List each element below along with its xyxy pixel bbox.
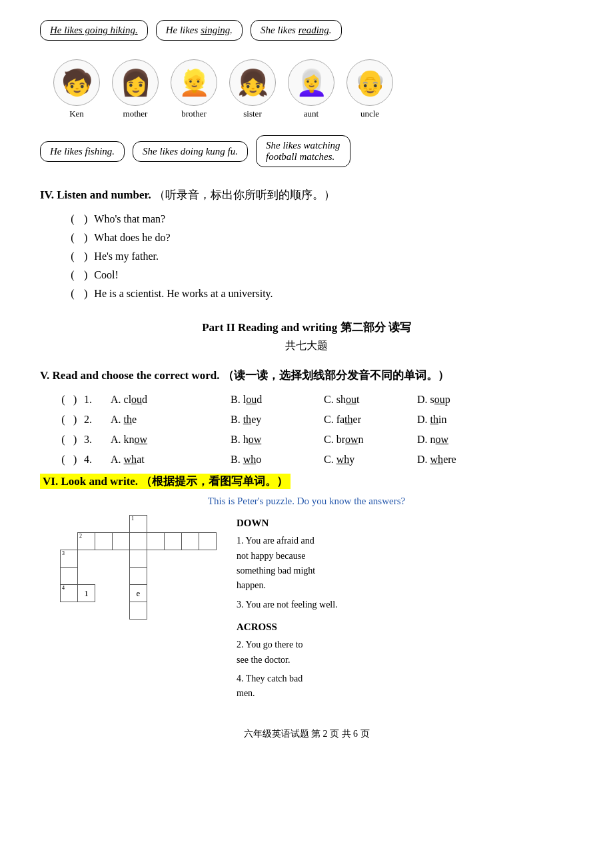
section4-title: IV. Listen and number. （听录音，标出你所听到的顺序。） <box>40 187 573 203</box>
sister-face: 👧 <box>237 68 269 97</box>
puzzle-area: 1 2 <box>40 515 573 701</box>
brother-label: brother <box>181 109 207 119</box>
footer: 六年级英语试题 第 2 页 共 6 页 <box>40 721 573 740</box>
puzzle-intro: This is Peter's puzzle. Do you know the … <box>40 496 573 507</box>
down-title: DOWN <box>237 515 573 531</box>
section5-title: V. Read and choose the correct word. （读一… <box>40 366 573 384</box>
aunt-face: 👩‍🦳 <box>296 68 327 97</box>
section4-instruction: （听录音，标出你所听到的顺序。） <box>154 189 335 201</box>
listen-text-5: He is a scientist. He works at a univers… <box>94 288 273 300</box>
character-aunt: 👩‍🦳 aunt <box>288 59 334 119</box>
ken-face: 🧒 <box>61 68 93 97</box>
sentence-3-text: She likes reading. <box>261 25 332 35</box>
sentence-5-text: She likes doing kung fu. <box>143 146 238 157</box>
across-clue-4: 4. They catch badmen. <box>237 671 573 701</box>
mother-circle: 👩 <box>112 59 159 106</box>
character-sister: 👧 sister <box>229 59 276 119</box>
ken-label: Ken <box>69 109 84 119</box>
section6-title: VI. Look and write. （根据提示，看图写单词。） <box>40 474 291 489</box>
section6-label: VI. Look and write. <box>43 475 138 488</box>
listen-text-4: Cool! <box>94 269 118 281</box>
across-clue-2: 2. You go there tosee the doctor. <box>237 638 573 667</box>
down-clue-3: 3. You are not feeling well. <box>237 598 573 612</box>
sentence-6-text: She likes watchingfootball matches. <box>266 140 340 162</box>
character-ken: 🧒 Ken <box>53 59 100 119</box>
mother-face: 👩 <box>120 68 151 97</box>
grid-row-0: 1 <box>61 516 217 533</box>
listen-item-1: ( ) Who's that man? <box>67 213 573 225</box>
part2-header: Part II Reading and writing 第二部分 读写 <box>40 320 573 335</box>
section5-instruction: （读一读，选择划线部分发音不同的单词。） <box>223 369 449 382</box>
character-mother: 👩 mother <box>112 59 159 119</box>
sentence-box-2: He likes singing. <box>156 20 243 41</box>
listen-item-5: ( ) He is a scientist. He works at a uni… <box>67 288 573 300</box>
uncle-label: uncle <box>360 109 379 119</box>
listen-item-2: ( ) What does he do? <box>67 232 573 244</box>
part2-subheader: 共七大题 <box>40 339 573 353</box>
sentence-row-1: He likes going hiking. He likes singing.… <box>40 20 573 41</box>
uncle-circle: 👴 <box>346 59 393 106</box>
grid-row-5 <box>61 602 217 620</box>
section6-instruction: （根据提示，看图写单词。） <box>141 475 288 488</box>
aunt-label: aunt <box>304 109 318 119</box>
sentence-box-6: She likes watchingfootball matches. <box>256 135 350 167</box>
grid-row-3 <box>61 568 217 585</box>
across-title: ACROSS <box>237 619 573 635</box>
cell-1-number: 1 <box>130 516 147 533</box>
grid-row-2: 3 <box>61 550 217 568</box>
section6-wrapper: VI. Look and write. （根据提示，看图写单词。） This i… <box>40 474 573 701</box>
sentence-box-4: He likes fishing. <box>40 141 125 162</box>
sentence-2-text: He likes singing. <box>166 25 233 35</box>
ken-circle: 🧒 <box>53 59 100 106</box>
choice-row-2: ( ) 2. A. the B. they C. father D. thin <box>53 414 573 426</box>
puzzle-clues: DOWN 1. You are afraid andnot happy beca… <box>237 515 573 701</box>
footer-text: 六年级英语试题 第 2 页 共 6 页 <box>244 729 370 739</box>
uncle-face: 👴 <box>354 68 386 97</box>
sentence-1-text: He likes going hiking. <box>50 25 138 35</box>
choice-row-1: ( ) 1. A. cloud B. loud C. shout D. soup <box>53 394 573 406</box>
sentence-box-3: She likes reading. <box>251 20 342 41</box>
sentence-row-2: He likes fishing. She likes doing kung f… <box>40 135 573 167</box>
down-clue-1: 1. You are afraid andnot happy becauseso… <box>237 534 573 594</box>
character-row: 🧒 Ken 👩 mother 👱 brother 👧 sister 👩‍🦳 au… <box>40 59 573 119</box>
sentence-box-5: She likes doing kung fu. <box>133 141 248 162</box>
choice-row-4: ( ) 4. A. what B. who C. why D. where <box>53 454 573 466</box>
sentence-4-text: He likes fishing. <box>50 146 115 157</box>
listen-text-3: He's my father. <box>94 250 159 262</box>
mother-label: mother <box>123 109 148 119</box>
section5-label: V. Read and choose the correct word. <box>40 369 219 382</box>
sister-circle: 👧 <box>229 59 276 106</box>
listen-items-list: ( ) Who's that man? ( ) What does he do?… <box>67 213 573 300</box>
brother-circle: 👱 <box>171 59 217 106</box>
part2-chinese-title: 第二部分 读写 <box>340 321 411 334</box>
part2-subtitle: 共七大题 <box>285 340 328 351</box>
choice-items: ( ) 1. A. cloud B. loud C. shout D. soup… <box>53 394 573 466</box>
sister-label: sister <box>243 109 261 119</box>
character-uncle: 👴 uncle <box>346 59 393 119</box>
sentence-box-1: He likes going hiking. <box>40 20 148 41</box>
crossword-grid: 1 2 <box>60 515 217 620</box>
listen-item-3: ( ) He's my father. <box>67 250 573 262</box>
section4-label: IV. Listen and number. <box>40 189 151 201</box>
part2-title: Part II Reading and writing <box>202 321 337 334</box>
listen-text-1: Who's that man? <box>94 213 165 225</box>
brother-face: 👱 <box>179 68 210 97</box>
grid-table: 1 2 <box>60 515 217 620</box>
grid-row-4: 4 1 e <box>61 585 217 602</box>
listen-item-4: ( ) Cool! <box>67 269 573 281</box>
aunt-circle: 👩‍🦳 <box>288 59 334 106</box>
choice-row-3: ( ) 3. A. know B. how C. brown D. now <box>53 434 573 446</box>
grid-row-1: 2 <box>61 533 217 550</box>
listen-text-2: What does he do? <box>94 232 170 244</box>
section6-title-line: VI. Look and write. （根据提示，看图写单词。） <box>40 474 573 489</box>
character-brother: 👱 brother <box>171 59 217 119</box>
